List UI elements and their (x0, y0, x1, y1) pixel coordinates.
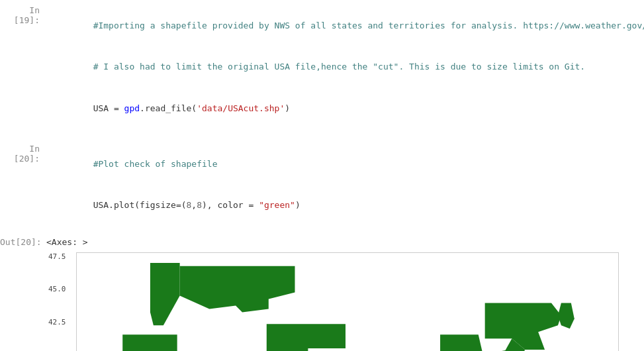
state-montana (180, 266, 295, 313)
cell-19-label: In [19]: (0, 3, 46, 132)
plot-container: 47.5 45.0 42.5 40.0 37.5 35.0 32.5 -120 … (46, 252, 644, 351)
string-green: "green" (259, 200, 295, 210)
cell-20-label: In [20]: (0, 141, 46, 229)
normal-text: =( (176, 200, 187, 210)
param-figsize: figsize (140, 200, 176, 210)
state-nebraska (267, 324, 345, 351)
comment: #Importing a shapefile provided by NWS o… (93, 21, 644, 30)
normal-text: ) (295, 200, 300, 210)
state-ohio (440, 334, 483, 351)
state-idaho-area (150, 263, 180, 325)
state-nevada (122, 334, 177, 351)
normal-text: = (244, 200, 259, 210)
varname: USA (93, 200, 109, 210)
code-line: #Importing a shapefile provided by NWS o… (52, 5, 644, 46)
string-val: 'data/USAcut.shp' (197, 103, 285, 113)
output-20-label: Out[20]: (0, 234, 46, 247)
normal-text: ), (202, 200, 217, 210)
number-8b: 8 (197, 200, 202, 210)
code-line: # I also had to limit the original USA f… (52, 46, 644, 87)
cell-19-content: #Importing a shapefile provided by NWS o… (46, 3, 644, 132)
normal-text: ) (285, 103, 290, 113)
code-line: USA = gpd.read_file('data/USAcut.shp') (52, 88, 644, 129)
y-label-425: 42.5 (48, 318, 66, 326)
output-20-text: <Axes: > (46, 234, 88, 247)
cell-20-content: #Plot check of shapefile USA.plot(figsiz… (46, 141, 644, 229)
function-name: gpd (124, 103, 140, 113)
normal-text: .plot( (109, 200, 140, 210)
varname: USA (93, 103, 109, 113)
equals: = (109, 103, 124, 113)
y-label-475: 47.5 (48, 252, 66, 261)
state-wyoming (209, 309, 268, 325)
code-line: USA.plot(figsize=(8,8), color = "green") (52, 185, 639, 226)
cell-19: In [19]: #Importing a shapefile provided… (0, 0, 644, 134)
normal-text: , (191, 200, 197, 210)
map-svg (77, 253, 618, 351)
comment: # I also had to limit the original USA f… (93, 62, 586, 72)
normal-text: .read_file( (140, 103, 197, 113)
output-20-row: Out[20]: <Axes: > (0, 232, 644, 250)
notebook: In [19]: #Importing a shapefile provided… (0, 0, 644, 351)
param-color: color (218, 200, 244, 210)
y-label-450: 45.0 (48, 285, 66, 293)
state-vermont-maine (558, 303, 575, 328)
comment: #Plot check of shapefile (93, 159, 218, 169)
state-new-york (485, 303, 561, 350)
cell-20: In [20]: #Plot check of shapefile USA.pl… (0, 138, 644, 232)
code-line: #Plot check of shapefile (52, 144, 639, 185)
plot-area (76, 252, 619, 351)
